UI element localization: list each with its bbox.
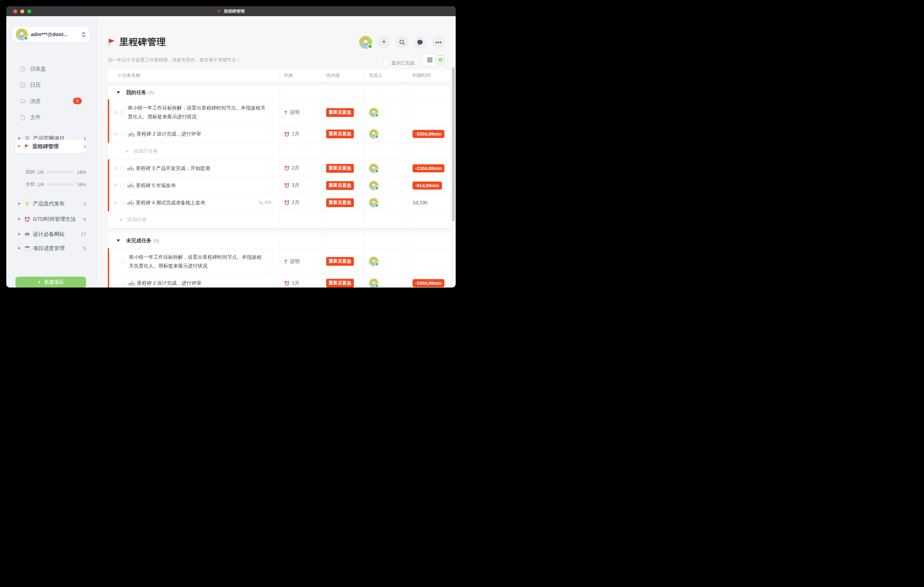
vertical-scrollbar[interactable] bbox=[452, 68, 455, 221]
new-project-button[interactable]: + 新建项目 bbox=[15, 277, 86, 287]
list-name[interactable]: 1月 bbox=[292, 280, 299, 287]
sidebar-item-files[interactable]: 文件 bbox=[6, 109, 97, 125]
alarm-clock-icon bbox=[284, 131, 290, 137]
more-button[interactable]: ••• bbox=[432, 36, 445, 49]
account-switcher[interactable]: adm***@doot... bbox=[12, 27, 89, 42]
add-subtask-row[interactable]: +添加子任务 bbox=[108, 143, 450, 159]
priority-badge[interactable]: 重要且紧急 bbox=[326, 279, 354, 287]
assignee-avatar[interactable] bbox=[369, 198, 378, 208]
user-avatar[interactable] bbox=[359, 36, 372, 49]
list-name[interactable]: 2月 bbox=[292, 200, 299, 206]
list-name[interactable]: 2月 bbox=[292, 165, 299, 171]
task-checkbox[interactable] bbox=[121, 281, 126, 285]
project-count: 6 bbox=[83, 217, 86, 222]
chat-bubble-icon bbox=[417, 39, 424, 46]
add-member-button[interactable]: + bbox=[378, 36, 390, 49]
task-title[interactable]: 里程碑 2 设计完成，进行评审 bbox=[137, 279, 216, 287]
task-checkbox[interactable] bbox=[120, 166, 125, 171]
assignee-avatar[interactable] bbox=[369, 257, 378, 266]
sidebar-project-milestone[interactable]: 里程碑管理 5 bbox=[6, 140, 97, 153]
zoom-button[interactable] bbox=[27, 10, 31, 13]
priority-badge[interactable]: 重要且紧急 bbox=[326, 198, 354, 207]
column-header-priority[interactable]: 优先级 bbox=[322, 69, 365, 81]
page-subtitle: 为一年12个月设置工作里程碑，目标为导向，抓住每个关键节点！ bbox=[108, 57, 241, 63]
task-checkbox[interactable] bbox=[121, 259, 126, 264]
question-icon: ? bbox=[284, 258, 287, 264]
sidebar-item-messages[interactable]: 消息 5 bbox=[6, 93, 97, 109]
column-header-list[interactable]: 列表 bbox=[279, 69, 322, 81]
triangle-right-icon[interactable] bbox=[18, 233, 21, 236]
column-header-assignee[interactable]: 负责人 bbox=[365, 69, 408, 81]
list-view-button[interactable] bbox=[436, 55, 445, 64]
search-button[interactable] bbox=[396, 36, 409, 49]
search-icon bbox=[399, 39, 406, 46]
priority-badge[interactable]: 重要且紧急 bbox=[326, 130, 354, 139]
show-completed-checkbox[interactable] bbox=[383, 60, 389, 66]
task-title[interactable]: 将小组一年工作目标拆解，设置出里程碑时间节点。并指派相关负责任人。用标签来展示进… bbox=[129, 253, 279, 270]
assignee-avatar[interactable] bbox=[369, 129, 378, 139]
table-row[interactable]: 将小组一年工作目标拆解，设置出里程碑时间节点。并指派相关负责任人。用标签来展示进… bbox=[108, 248, 450, 274]
assignee-avatar[interactable] bbox=[369, 163, 378, 173]
list-name[interactable]: 说明 bbox=[290, 258, 299, 265]
board-view-button[interactable] bbox=[425, 55, 434, 64]
triangle-right-icon[interactable] bbox=[18, 247, 21, 250]
triangle-down-icon[interactable] bbox=[117, 239, 120, 242]
chevron-right-icon[interactable] bbox=[114, 201, 117, 204]
table-row[interactable]: 将小组一年工作目标拆解，设置出里程碑时间节点。并指派相关责任人。用标签来展示进行… bbox=[108, 99, 450, 125]
sidebar-project-iteration[interactable]: 产品迭代发布 3 bbox=[6, 196, 97, 211]
chevron-right-icon[interactable] bbox=[114, 166, 117, 170]
task-title[interactable]: 里程碑 4 测试完成准备线上发布 bbox=[136, 198, 219, 207]
sidebar-item-calendar[interactable]: 日历 bbox=[6, 77, 97, 93]
task-checkbox[interactable] bbox=[120, 110, 125, 115]
close-button[interactable] bbox=[13, 10, 17, 13]
triangle-right-icon[interactable] bbox=[18, 218, 21, 221]
task-checkbox[interactable] bbox=[120, 183, 125, 188]
task-checkbox[interactable] bbox=[120, 201, 125, 205]
unread-badge: 5 bbox=[73, 97, 82, 104]
sidebar-project-gtd[interactable]: GTD时间管理方法 6 bbox=[6, 212, 97, 226]
task-title[interactable]: 里程碑 5 市场发布 bbox=[136, 181, 190, 190]
priority-badge[interactable]: 重要且紧急 bbox=[326, 181, 354, 190]
flag-icon bbox=[24, 143, 30, 149]
group-header[interactable]: 未完成任务 (5) bbox=[108, 233, 450, 248]
group-header[interactable]: 我的任务 (5) bbox=[108, 86, 450, 99]
chevron-down-icon[interactable] bbox=[114, 133, 117, 135]
column-header-due[interactable]: 到期时间 bbox=[408, 69, 450, 81]
priority-badge[interactable]: 重要且紧急 bbox=[326, 164, 354, 173]
assignee-avatar[interactable] bbox=[369, 181, 378, 190]
table-row[interactable]: 里程碑 4 测试完成准备线上发布 0/3 2月 重要且紧急 1d,23h bbox=[108, 194, 450, 211]
table-row[interactable]: 里程碑 5 市场发布 3月 重要且紧急 -91d,08min bbox=[108, 176, 450, 194]
chevron-right-icon[interactable] bbox=[114, 110, 117, 114]
task-title[interactable]: 将小组一年工作目标拆解，设置出里程碑时间节点。并指派相关责任人。用标签来展示进行… bbox=[128, 104, 279, 121]
list-name[interactable]: 1月 bbox=[292, 131, 299, 137]
sidebar-project-schedule[interactable]: 项目进度管理 5 bbox=[6, 241, 97, 255]
due-badge: -150d,08min bbox=[412, 130, 444, 138]
priority-badge[interactable]: 重要且紧急 bbox=[326, 257, 354, 266]
chevron-right-icon[interactable] bbox=[114, 183, 117, 188]
triangle-right-icon[interactable] bbox=[18, 202, 21, 205]
table-row[interactable]: 里程碑 2 设计完成，进行评审 1月 重要且紧急 -150d,08min bbox=[108, 274, 450, 287]
project-count: 17 bbox=[81, 232, 86, 237]
table-row[interactable]: 里程碑 3 产品开发完成，开始提测 2月 重要且紧急 -132d,08min bbox=[108, 159, 450, 176]
chat-button[interactable] bbox=[414, 36, 427, 49]
triangle-down-icon[interactable] bbox=[117, 91, 120, 94]
subtask-count: 0/3 bbox=[259, 200, 271, 205]
task-checkbox[interactable] bbox=[121, 132, 125, 136]
alarm-clock-icon bbox=[284, 200, 290, 205]
triangle-down-icon[interactable] bbox=[18, 145, 20, 148]
progress-mine: 我的: 1/6 16% bbox=[26, 169, 89, 175]
list-name[interactable]: 说明 bbox=[290, 109, 299, 115]
sidebar-project-design[interactable]: 设计必备网站 17 bbox=[6, 227, 97, 241]
priority-badge[interactable]: 重要且紧急 bbox=[326, 108, 354, 117]
minimize-button[interactable] bbox=[20, 10, 24, 13]
assignee-avatar[interactable] bbox=[369, 108, 378, 117]
add-task-row[interactable]: +添加任务 bbox=[108, 211, 450, 228]
task-title[interactable]: 里程碑 2 设计完成，进行评审 bbox=[137, 130, 215, 139]
triangle-right-icon[interactable] bbox=[18, 137, 21, 140]
task-title[interactable]: 里程碑 3 产品开发完成，开始提测 bbox=[136, 164, 224, 173]
sidebar-item-dashboard[interactable]: 仪表盘 bbox=[6, 61, 97, 77]
assignee-avatar[interactable] bbox=[369, 279, 378, 287]
list-name[interactable]: 3月 bbox=[292, 182, 299, 188]
column-header-task[interactable]: # 任务名称 bbox=[108, 69, 279, 81]
table-row[interactable]: 里程碑 2 设计完成，进行评审 1月 重要且紧急 -150d,08min bbox=[108, 125, 450, 143]
